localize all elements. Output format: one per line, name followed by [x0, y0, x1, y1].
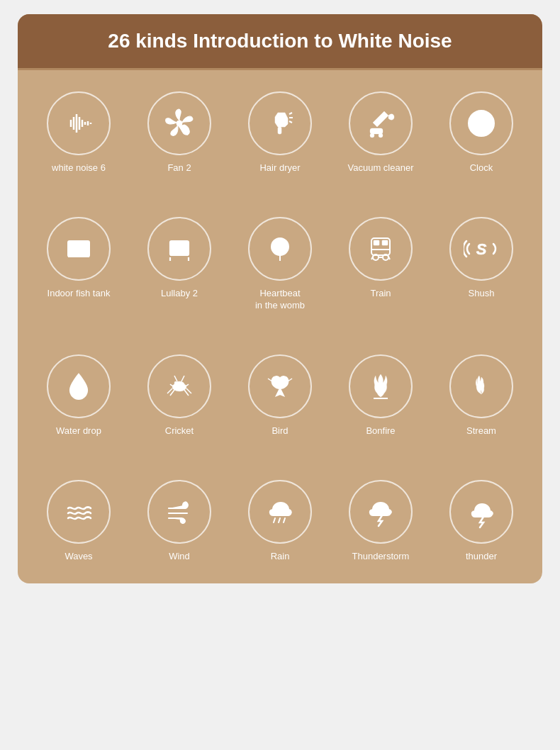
icon-circle-fish-tank — [47, 217, 111, 281]
vacuum-icon — [363, 106, 398, 141]
svg-line-61 — [279, 518, 280, 522]
fan-icon — [162, 106, 197, 141]
item-train[interactable]: Train — [334, 217, 427, 312]
item-heartbeat[interactable]: Heartbeat in the womb — [233, 217, 327, 312]
item-waves[interactable]: Waves — [32, 480, 125, 563]
icon-circle-hair-dryer — [248, 91, 312, 155]
svg-rect-10 — [278, 127, 281, 134]
item-vacuum-cleaner[interactable]: Vacuum cleaner — [334, 91, 427, 174]
icon-circle-heartbeat — [248, 217, 312, 281]
bird-icon — [262, 369, 298, 404]
svg-line-62 — [284, 518, 285, 522]
thunderstorm-icon — [363, 494, 398, 530]
item-fan-2[interactable]: Fan 2 — [133, 91, 226, 174]
svg-point-15 — [370, 133, 374, 138]
white-noise-icon — [61, 106, 96, 141]
svg-line-52 — [170, 390, 174, 396]
item-stream[interactable]: Stream — [435, 354, 528, 437]
item-bonfire[interactable]: Bonfire — [334, 354, 427, 437]
svg-point-58 — [277, 379, 279, 381]
icon-circle-clock — [449, 91, 513, 155]
icon-circle-shush: S — [449, 217, 513, 281]
item-shush[interactable]: S Shush — [435, 217, 528, 312]
item-water-drop[interactable]: Water drop — [32, 354, 125, 437]
icon-circle-wind — [147, 480, 211, 544]
icon-circle-vacuum — [349, 91, 413, 155]
icon-circle-waves — [47, 480, 111, 544]
svg-line-54 — [184, 390, 189, 396]
row-1: white noise 6 Fan 2 — [18, 70, 542, 196]
label-clock: Clock — [470, 162, 493, 174]
label-thunder: thunder — [466, 551, 497, 563]
label-bonfire: Bonfire — [366, 425, 395, 437]
label-wind: Wind — [169, 551, 190, 563]
item-thunderstorm[interactable]: Thunderstorm — [334, 480, 427, 563]
svg-line-51 — [167, 388, 172, 393]
page-title: 26 kinds Introduction to White Noise — [39, 30, 521, 52]
header: 26 kinds Introduction to White Noise — [18, 14, 542, 68]
svg-rect-40 — [374, 240, 379, 245]
label-vacuum-cleaner: Vacuum cleaner — [348, 162, 414, 174]
item-wind[interactable]: Wind — [133, 480, 226, 563]
icon-circle-white-noise — [47, 91, 111, 155]
thunder-icon — [464, 494, 499, 530]
train-icon — [363, 231, 398, 267]
item-clock[interactable]: Clock — [435, 91, 528, 174]
icon-circle-water-drop — [47, 354, 111, 418]
label-shush: Shush — [469, 288, 495, 300]
item-white-noise-6[interactable]: white noise 6 — [32, 91, 125, 174]
hair-dryer-icon — [262, 106, 298, 141]
row-3: Water drop Cricket — [18, 333, 542, 459]
svg-line-55 — [174, 376, 177, 381]
icon-circle-bird — [248, 354, 312, 418]
label-train: Train — [370, 288, 391, 300]
item-cricket[interactable]: Cricket — [133, 354, 226, 437]
svg-rect-41 — [382, 240, 388, 245]
svg-point-57 — [174, 381, 177, 384]
svg-point-25 — [81, 247, 83, 249]
icon-circle-rain — [248, 480, 312, 544]
shush-icon: S — [464, 231, 499, 267]
label-hair-dryer: Hair dryer — [259, 162, 300, 174]
bonfire-icon — [363, 369, 398, 404]
row-2: Indoor fish tank Lullaby 2 — [18, 196, 542, 333]
fish-tank-icon — [61, 231, 96, 267]
stream-icon — [464, 369, 499, 404]
label-water-drop: Water drop — [56, 425, 101, 437]
svg-text:S: S — [476, 240, 487, 258]
item-hair-dryer[interactable]: Hair dryer — [233, 91, 327, 174]
svg-point-16 — [379, 133, 383, 138]
item-rain[interactable]: Rain — [233, 480, 327, 563]
icon-circle-fan — [147, 91, 211, 155]
label-fish-tank: Indoor fish tank — [47, 288, 111, 300]
svg-line-60 — [274, 518, 275, 522]
icon-circle-bonfire — [349, 354, 413, 418]
item-thunder[interactable]: thunder — [435, 480, 528, 563]
item-fish-tank[interactable]: Indoor fish tank — [32, 217, 125, 312]
row-4: Waves Wind Rain — [18, 459, 542, 584]
label-stream: Stream — [466, 425, 496, 437]
label-rain: Rain — [271, 551, 290, 563]
crib-icon — [162, 231, 197, 267]
item-bird[interactable]: Bird — [233, 354, 327, 437]
icon-circle-cricket — [147, 354, 211, 418]
svg-line-56 — [181, 376, 184, 381]
label-cricket: Cricket — [165, 425, 194, 437]
label-white-noise-6: white noise 6 — [52, 162, 106, 174]
item-lullaby[interactable]: Lullaby 2 — [133, 217, 226, 312]
water-drop-icon — [61, 369, 96, 404]
icon-circle-thunder — [449, 480, 513, 544]
label-waves: Waves — [65, 551, 92, 563]
icon-circle-lullaby — [147, 217, 211, 281]
svg-line-13 — [289, 121, 292, 123]
svg-line-53 — [186, 388, 191, 393]
waves-icon — [61, 494, 96, 530]
label-bird: Bird — [271, 425, 288, 437]
svg-point-37 — [276, 243, 284, 250]
heartbeat-icon — [262, 231, 298, 267]
main-card: 26 kinds Introduction to White Noise whi — [18, 14, 542, 583]
svg-line-11 — [289, 113, 292, 114]
rain-icon — [262, 494, 298, 530]
label-lullaby: Lullaby 2 — [161, 288, 198, 300]
clock-icon — [464, 106, 499, 141]
